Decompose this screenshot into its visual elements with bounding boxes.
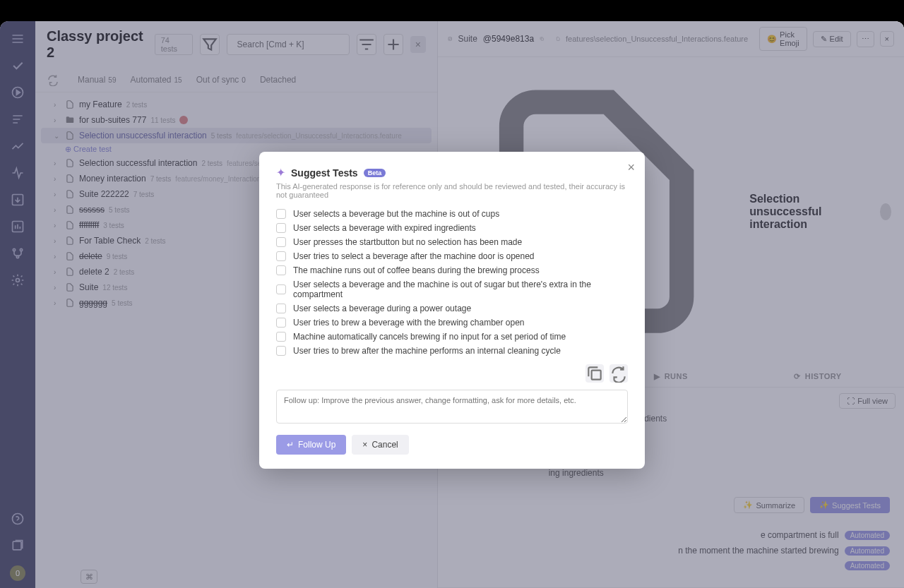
suggestion-item[interactable]: User tries to select a beverage after th… — [276, 251, 628, 261]
suggestion-list: User selects a beverage but the machine … — [276, 209, 628, 356]
suggestion-checkbox[interactable] — [276, 237, 286, 247]
suggestion-checkbox[interactable] — [276, 332, 286, 342]
suggestion-item[interactable]: The machine runs out of coffee beans dur… — [276, 265, 628, 275]
suggestion-item[interactable]: Machine automatically cancels brewing if… — [276, 332, 628, 342]
suggestion-item[interactable]: User presses the startbutton but no sele… — [276, 237, 628, 247]
suggestion-item[interactable]: User selects a beverage but the machine … — [276, 209, 628, 219]
suggestion-checkbox[interactable] — [276, 318, 286, 328]
follow-up-button[interactable]: ↵ Follow Up — [276, 435, 346, 455]
modal-overlay: × ✦ Suggest Tests Beta This AI-generated… — [0, 21, 904, 588]
sparkle-icon: ✦ — [276, 166, 285, 179]
svg-rect-12 — [592, 371, 601, 380]
cancel-button[interactable]: × Cancel — [352, 435, 408, 455]
suggest-tests-modal: × ✦ Suggest Tests Beta This AI-generated… — [259, 152, 645, 469]
suggestion-checkbox[interactable] — [276, 209, 286, 219]
followup-input[interactable] — [276, 390, 628, 424]
copy-suggestions-button[interactable] — [585, 364, 604, 383]
modal-close-button[interactable]: × — [627, 160, 635, 175]
regenerate-button[interactable] — [609, 364, 628, 383]
suggestion-checkbox[interactable] — [276, 284, 286, 294]
suggestion-checkbox[interactable] — [276, 304, 286, 313]
beta-badge: Beta — [364, 169, 386, 177]
suggestion-checkbox[interactable] — [276, 223, 286, 233]
suggestion-checkbox[interactable] — [276, 265, 286, 275]
suggestion-item[interactable]: User selects a beverage during a power o… — [276, 304, 628, 313]
suggestion-item[interactable]: User tries to brew a beverage with the b… — [276, 318, 628, 328]
modal-subtitle: This AI-generated response is for refere… — [276, 182, 628, 199]
suggestion-item[interactable]: User tries to brew after the machine per… — [276, 346, 628, 356]
suggestion-item[interactable]: User selects a beverage with expired ing… — [276, 223, 628, 233]
suggestion-checkbox[interactable] — [276, 346, 286, 356]
suggestion-checkbox[interactable] — [276, 251, 286, 261]
modal-title: Suggest Tests — [291, 167, 358, 179]
suggestion-item[interactable]: User selects a beverage and the machine … — [276, 280, 628, 299]
